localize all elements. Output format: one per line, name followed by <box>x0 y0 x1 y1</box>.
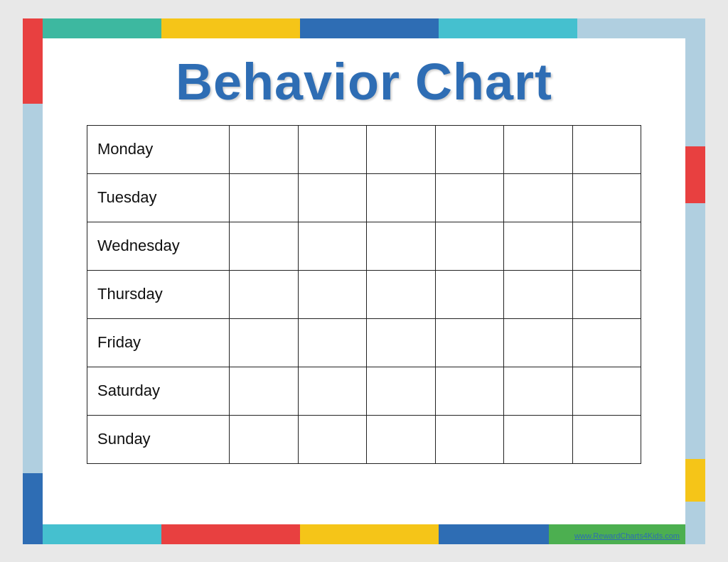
chart-cell[interactable] <box>367 222 436 270</box>
border-top-seg-3 <box>300 18 439 38</box>
border-left-seg-1 <box>23 18 43 104</box>
border-top <box>23 18 705 38</box>
chart-cell[interactable] <box>572 415 641 463</box>
chart-cell[interactable] <box>298 270 367 318</box>
table-row: Tuesday <box>87 173 641 222</box>
chart-cell[interactable] <box>230 222 299 270</box>
border-bottom-seg-1 <box>23 524 161 544</box>
content-area: Behavior Chart MondayTuesdayWednesdayThu… <box>43 38 685 524</box>
chart-cell[interactable] <box>504 367 573 415</box>
chart-cell[interactable] <box>367 318 436 367</box>
day-label: Friday <box>87 318 230 367</box>
table-row: Friday <box>87 318 641 367</box>
chart-cell[interactable] <box>435 222 504 270</box>
chart-cell[interactable] <box>298 125 367 173</box>
chart-cell[interactable] <box>298 367 367 415</box>
border-left-seg-3 <box>23 189 43 473</box>
chart-cell[interactable] <box>367 125 436 173</box>
chart-cell[interactable] <box>367 270 436 318</box>
chart-cell[interactable] <box>504 125 573 173</box>
day-label: Saturday <box>87 367 230 415</box>
page: Behavior Chart MondayTuesdayWednesdayThu… <box>23 18 705 544</box>
chart-cell[interactable] <box>230 173 299 222</box>
chart-cell[interactable] <box>572 173 641 222</box>
chart-cell[interactable] <box>230 367 299 415</box>
border-left-seg-2 <box>23 104 43 189</box>
chart-cell[interactable] <box>435 173 504 222</box>
day-label: Thursday <box>87 270 230 318</box>
chart-cell[interactable] <box>298 415 367 463</box>
chart-cell[interactable] <box>572 367 641 415</box>
chart-cell[interactable] <box>435 125 504 173</box>
chart-cell[interactable] <box>504 318 573 367</box>
border-top-seg-2 <box>161 18 300 38</box>
chart-cell[interactable] <box>230 125 299 173</box>
chart-cell[interactable] <box>230 318 299 367</box>
border-top-seg-1 <box>23 18 161 38</box>
border-right <box>685 18 705 544</box>
chart-cell[interactable] <box>230 270 299 318</box>
page-title: Behavior Chart <box>176 53 552 111</box>
chart-cell[interactable] <box>435 318 504 367</box>
border-top-seg-4 <box>439 18 577 38</box>
watermark: www.RewardCharts4Kids.com <box>574 531 680 540</box>
chart-cell[interactable] <box>435 270 504 318</box>
border-bottom-seg-3 <box>300 524 439 544</box>
table-row: Saturday <box>87 367 641 415</box>
chart-cell[interactable] <box>298 173 367 222</box>
chart-cell[interactable] <box>504 173 573 222</box>
chart-cell[interactable] <box>572 318 641 367</box>
border-right-seg-2 <box>685 146 705 203</box>
border-bottom-seg-4 <box>439 524 549 544</box>
border-bottom-seg-2 <box>161 524 300 544</box>
chart-cell[interactable] <box>504 270 573 318</box>
chart-cell[interactable] <box>572 270 641 318</box>
table-row: Wednesday <box>87 222 641 270</box>
border-right-seg-4 <box>685 459 705 502</box>
chart-cell[interactable] <box>504 222 573 270</box>
chart-cell[interactable] <box>435 367 504 415</box>
chart-cell[interactable] <box>230 415 299 463</box>
day-label: Wednesday <box>87 222 230 270</box>
border-left-seg-4 <box>23 473 43 544</box>
table-row: Thursday <box>87 270 641 318</box>
border-right-seg-3 <box>685 203 705 459</box>
chart-cell[interactable] <box>572 222 641 270</box>
chart-cell[interactable] <box>298 318 367 367</box>
chart-cell[interactable] <box>367 173 436 222</box>
border-right-seg-5 <box>685 502 705 544</box>
day-label: Sunday <box>87 415 230 463</box>
chart-cell[interactable] <box>435 415 504 463</box>
border-right-seg-1 <box>685 18 705 146</box>
chart-cell[interactable] <box>367 367 436 415</box>
behavior-chart-table: MondayTuesdayWednesdayThursdayFridaySatu… <box>87 125 641 464</box>
border-left <box>23 18 43 544</box>
chart-cell[interactable] <box>298 222 367 270</box>
day-label: Monday <box>87 125 230 173</box>
table-row: Sunday <box>87 415 641 463</box>
day-label: Tuesday <box>87 173 230 222</box>
chart-cell[interactable] <box>367 415 436 463</box>
chart-cell[interactable] <box>572 125 641 173</box>
chart-cell[interactable] <box>504 415 573 463</box>
table-row: Monday <box>87 125 641 173</box>
